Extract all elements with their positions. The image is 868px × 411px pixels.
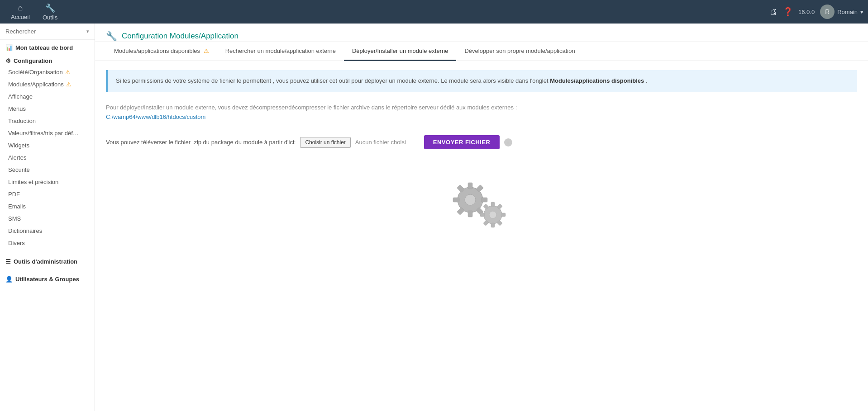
choose-file-button[interactable]: Choisir un fichier bbox=[300, 137, 350, 148]
tab-disponibles[interactable]: Modules/applications disponibles ⚠ bbox=[106, 42, 217, 61]
info-link[interactable]: Modules/applications disponibles bbox=[550, 77, 646, 84]
topnav-right: 🖨 ❓ 16.0.0 R Romain ▾ bbox=[769, 5, 863, 19]
warn-icon-societe: ⚠ bbox=[65, 69, 71, 76]
svg-point-1 bbox=[465, 194, 476, 205]
svg-point-11 bbox=[489, 211, 496, 218]
svg-rect-5 bbox=[453, 198, 459, 202]
sidebar-item-pdf[interactable]: PDF bbox=[0, 188, 95, 200]
tools-icon: 🔧 bbox=[45, 3, 55, 13]
user-menu-button[interactable]: R Romain ▾ bbox=[820, 5, 863, 19]
avatar: R bbox=[820, 5, 835, 19]
upload-row: Vous pouvez téléverser le fichier .zip d… bbox=[106, 135, 857, 149]
sidebar-item-limites[interactable]: Limites et précision bbox=[0, 176, 95, 188]
sidebar-item-divers[interactable]: Divers bbox=[0, 237, 95, 249]
content-area: Si les permissions de votre système de f… bbox=[95, 61, 868, 411]
user-icon: 👤 bbox=[5, 276, 13, 283]
sidebar-item-menus[interactable]: Menus bbox=[0, 103, 95, 115]
sidebar-item-emails[interactable]: Emails bbox=[0, 200, 95, 213]
svg-rect-2 bbox=[468, 183, 472, 189]
nav-accueil[interactable]: ⌂ Accueil bbox=[5, 0, 36, 23]
sidebar-item-alertes[interactable]: Alertes bbox=[0, 151, 95, 164]
gears-svg bbox=[445, 176, 518, 235]
nav-outils[interactable]: 🔧 Outils bbox=[36, 0, 64, 24]
deploy-path-value: C:/wamp64/www/dlb16/htdocs/custom bbox=[106, 113, 857, 122]
app-body: ▾ 📊 Mon tableau de bord ⚙ Configuration … bbox=[0, 24, 868, 411]
no-file-label: Aucun fichier choisi bbox=[355, 139, 406, 146]
version-label: 16.0.0 bbox=[798, 9, 815, 15]
sidebar-search-container: ▾ bbox=[0, 24, 95, 40]
chart-icon: 📊 bbox=[5, 44, 13, 51]
search-input[interactable] bbox=[5, 28, 84, 35]
sidebar-item-modules[interactable]: Modules/Applications ⚠ bbox=[0, 78, 95, 90]
svg-rect-14 bbox=[501, 213, 506, 217]
tab-rechercher[interactable]: Rechercher un module/application externe bbox=[217, 42, 344, 61]
sidebar-item-widgets[interactable]: Widgets bbox=[0, 139, 95, 151]
tabs-bar: Modules/applications disponibles ⚠ Reche… bbox=[95, 42, 868, 61]
tab-warn-disponibles: ⚠ bbox=[204, 47, 209, 54]
username-label: Romain bbox=[837, 9, 858, 15]
chevron-down-icon: ▾ bbox=[860, 9, 863, 15]
page-title: Configuration Modules/Application bbox=[122, 32, 238, 41]
svg-rect-15 bbox=[480, 213, 485, 217]
config-icon: ⚙ bbox=[5, 57, 11, 64]
sidebar: ▾ 📊 Mon tableau de bord ⚙ Configuration … bbox=[0, 24, 95, 411]
page-header-icon: 🔧 bbox=[106, 31, 117, 42]
info-circle-icon[interactable]: i bbox=[504, 138, 512, 146]
svg-rect-3 bbox=[468, 211, 472, 217]
home-icon: ⌂ bbox=[18, 3, 23, 13]
svg-rect-13 bbox=[491, 223, 495, 227]
sidebar-item-sms[interactable]: SMS bbox=[0, 213, 95, 225]
sidebar-item-dictionnaires[interactable]: Dictionnaires bbox=[0, 225, 95, 237]
sidebar-item-societe[interactable]: Société/Organisation ⚠ bbox=[0, 66, 95, 78]
svg-rect-4 bbox=[481, 198, 487, 202]
top-navigation: ⌂ Accueil 🔧 Outils 🖨 ❓ 16.0.0 R Romain ▾ bbox=[0, 0, 868, 24]
tab-developper[interactable]: Développer son propre module/application bbox=[456, 42, 583, 61]
section-outils-admin[interactable]: ☰ Outils d'administration bbox=[0, 254, 95, 267]
svg-rect-12 bbox=[491, 202, 495, 207]
sidebar-item-affichage[interactable]: Affichage bbox=[0, 90, 95, 103]
sidebar-item-traduction[interactable]: Traduction bbox=[0, 115, 95, 127]
search-chevron-icon[interactable]: ▾ bbox=[86, 28, 89, 34]
section-configuration[interactable]: ⚙ Configuration bbox=[0, 53, 95, 66]
send-file-button[interactable]: ENVOYER FICHIER bbox=[424, 135, 500, 149]
warn-icon-modules: ⚠ bbox=[66, 81, 72, 88]
info-box: Si les permissions de votre système de f… bbox=[106, 70, 857, 92]
list-icon: ☰ bbox=[5, 258, 11, 265]
gears-illustration bbox=[106, 167, 857, 244]
print-icon[interactable]: 🖨 bbox=[769, 7, 777, 17]
sidebar-item-valeurs[interactable]: Valeurs/filtres/tris par déf… bbox=[0, 127, 95, 139]
tab-deployer[interactable]: Déployer/Installer un module externe bbox=[344, 42, 456, 61]
sidebar-item-securite[interactable]: Sécurité bbox=[0, 164, 95, 176]
section-utilisateurs[interactable]: 👤 Utilisateurs & Groupes bbox=[0, 271, 95, 284]
deploy-path-section: Pour déployer/installer un module extern… bbox=[106, 103, 857, 122]
help-icon[interactable]: ❓ bbox=[783, 7, 793, 17]
section-tableau-de-bord[interactable]: 📊 Mon tableau de bord bbox=[0, 40, 95, 53]
main-content: 🔧 Configuration Modules/Application Modu… bbox=[95, 24, 868, 411]
page-header: 🔧 Configuration Modules/Application bbox=[95, 24, 868, 42]
